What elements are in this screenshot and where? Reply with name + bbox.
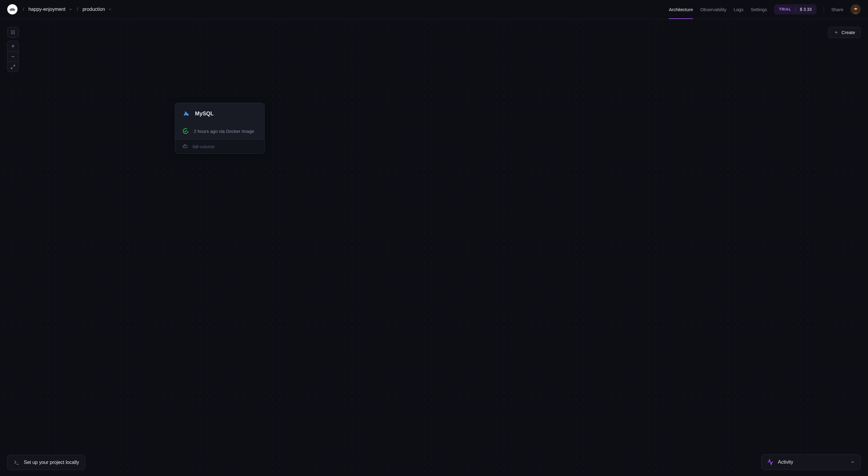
grid-toggle-button[interactable] (7, 27, 19, 37)
grid-icon (10, 30, 16, 35)
svg-point-2 (11, 30, 12, 31)
zoom-in-button[interactable] (7, 41, 19, 51)
create-button[interactable]: Create (828, 27, 861, 38)
svg-point-7 (14, 32, 15, 33)
tab-observability[interactable]: Observability (700, 0, 726, 19)
breadcrumb-separator: / (77, 7, 78, 12)
service-volume-row[interactable]: fall-volume (175, 139, 264, 153)
service-status-row: 2 hours ago via Docker Image (182, 128, 257, 134)
svg-point-6 (13, 32, 13, 33)
terminal-icon (13, 459, 20, 466)
svg-point-8 (11, 33, 12, 34)
app-header: / happy-enjoyment / production Architect… (0, 0, 868, 19)
local-setup-label: Set up your project locally (24, 460, 79, 465)
svg-point-5 (11, 32, 12, 33)
tab-label: Settings (751, 7, 767, 12)
zoom-out-button[interactable] (7, 51, 19, 61)
canvas-tools (7, 27, 19, 72)
expand-icon (10, 64, 16, 69)
svg-point-4 (14, 30, 15, 31)
tab-architecture[interactable]: Architecture (669, 0, 693, 19)
service-name: MySQL (195, 110, 214, 117)
svg-rect-19 (183, 146, 187, 148)
create-label: Create (841, 30, 855, 35)
avatar[interactable] (850, 4, 861, 14)
trial-badge[interactable]: TRIAL $ 3.33 (774, 4, 816, 14)
volume-name: fall-volume (193, 144, 215, 149)
chevron-down-icon (68, 7, 73, 11)
minus-icon (10, 54, 16, 59)
breadcrumb-environment[interactable]: production (83, 7, 113, 12)
check-circle-icon (182, 128, 189, 134)
tab-settings[interactable]: Settings (751, 0, 767, 19)
chevron-up-icon (850, 460, 855, 465)
svg-point-10 (14, 33, 15, 34)
breadcrumb-environment-label: production (83, 7, 105, 12)
service-node-body: MySQL 2 hours ago via Docker Image (175, 103, 264, 139)
service-status-text: 2 hours ago via Docker Image (194, 129, 254, 134)
trial-amount: $ 3.33 (800, 7, 812, 12)
tab-label: Observability (700, 7, 726, 12)
brand-logo[interactable] (7, 4, 18, 14)
share-button[interactable]: Share (831, 7, 843, 12)
service-node-mysql[interactable]: MySQL 2 hours ago via Docker Image (175, 103, 265, 154)
nav-tabs: Architecture Observability Logs Settings (669, 0, 767, 19)
hard-drive-icon (182, 144, 188, 149)
header-right: Architecture Observability Logs Settings… (669, 0, 861, 19)
mysql-icon (182, 110, 190, 118)
local-setup-panel[interactable]: Set up your project locally (7, 455, 85, 470)
chevron-down-icon (108, 7, 112, 11)
trial-text: TRIAL (779, 7, 791, 11)
tool-group-zoom (7, 41, 19, 72)
tab-label: Logs (734, 7, 744, 12)
plus-icon (834, 30, 838, 35)
activity-icon (767, 459, 774, 466)
breadcrumb-separator: / (23, 7, 24, 12)
avatar-image (851, 4, 861, 14)
fit-view-button[interactable] (7, 61, 19, 72)
breadcrumb-project-label: happy-enjoyment (28, 7, 65, 12)
service-title-row: MySQL (182, 110, 257, 118)
svg-point-20 (184, 147, 184, 147)
svg-point-9 (13, 33, 13, 34)
railway-icon (9, 6, 16, 13)
activity-panel[interactable]: Activity (761, 454, 861, 470)
plus-icon (10, 44, 16, 49)
activity-label: Activity (778, 459, 793, 465)
svg-point-18 (185, 112, 185, 113)
breadcrumb: / happy-enjoyment / production (23, 7, 112, 12)
tool-group-view (7, 27, 19, 38)
breadcrumb-project[interactable]: happy-enjoyment (28, 7, 73, 12)
architecture-canvas[interactable]: Create MySQL 2 h (0, 19, 868, 476)
tab-label: Architecture (669, 7, 693, 12)
svg-point-3 (13, 30, 13, 31)
tab-logs[interactable]: Logs (734, 0, 744, 19)
badge-divider (795, 7, 796, 12)
